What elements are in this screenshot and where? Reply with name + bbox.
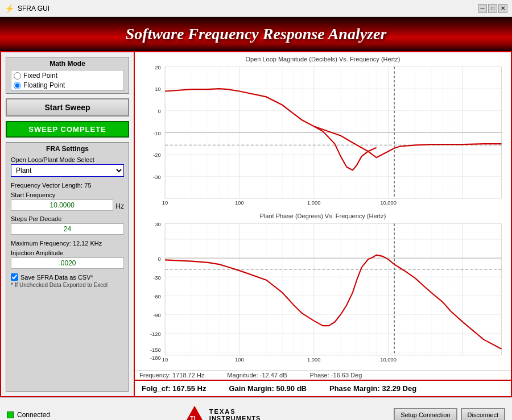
start-sweep-button[interactable]: Start Sweep xyxy=(6,98,129,117)
inj-amp-input[interactable] xyxy=(11,257,124,269)
footer: Connected TI TEXAS INSTRUMENTS Setup Con… xyxy=(0,397,512,420)
status-phase: Phase: -16.63 Deg xyxy=(310,372,362,379)
fixed-point-radio[interactable] xyxy=(14,72,21,80)
svg-text:10: 10 xyxy=(155,86,160,92)
status-frequency: Frequency: 1718.72 Hz xyxy=(139,372,204,379)
folg-cf: Folg_cf: 167.55 Hz xyxy=(142,384,206,393)
freq-vector-row: Frequency Vector Length: 75 xyxy=(11,181,124,189)
steps-input[interactable] xyxy=(11,223,124,235)
status-magnitude: Magnitude: -12.47 dB xyxy=(227,372,287,379)
fixed-point-option[interactable]: Fixed Point xyxy=(14,72,121,80)
loop-mode-select[interactable]: Plant Open Loop xyxy=(11,164,124,177)
svg-text:100: 100 xyxy=(235,199,244,206)
floating-point-label: Floating Point xyxy=(23,81,65,89)
loop-mode-row: Open Loop/Plant Mode Select Plant Open L… xyxy=(11,156,124,179)
magnitude-chart-title: Open Loop Magnitude (Decibels) Vs. Frequ… xyxy=(138,56,507,63)
ti-logo: TI TEXAS INSTRUMENTS xyxy=(183,405,261,421)
svg-text:-30: -30 xyxy=(153,174,161,180)
max-freq-row: Maximum Frequency: 12.12 KHz xyxy=(11,239,124,247)
app-title: SFRA GUI xyxy=(18,5,49,13)
loop-mode-label: Open Loop/Plant Mode Select xyxy=(11,156,124,163)
math-mode-section: Math Mode Fixed Point Floating Point xyxy=(6,57,129,94)
csv-checkbox[interactable] xyxy=(11,273,18,281)
math-mode-title: Math Mode xyxy=(11,60,124,68)
svg-text:-10: -10 xyxy=(153,130,161,136)
start-freq-row: Start Frequency Hz xyxy=(11,192,124,213)
minimize-button[interactable]: ─ xyxy=(478,4,487,13)
maximize-button[interactable]: □ xyxy=(488,4,497,13)
svg-text:-60: -60 xyxy=(153,293,161,299)
app-icon: ⚡ xyxy=(5,4,14,13)
fra-settings-title: FRA Settings xyxy=(11,145,124,153)
phase-chart-title: Plant Phase (Degrees) Vs. Frequency (Her… xyxy=(138,213,507,219)
svg-text:-30: -30 xyxy=(153,274,161,280)
gain-margin: Gain Margin: 50.90 dB xyxy=(229,384,307,393)
floating-point-option[interactable]: Floating Point xyxy=(14,81,121,89)
magnitude-chart: Open Loop Magnitude (Decibels) Vs. Frequ… xyxy=(138,56,507,210)
svg-text:-120: -120 xyxy=(150,330,161,336)
main-content: Math Mode Fixed Point Floating Point Sta… xyxy=(0,51,512,397)
right-panel: Open Loop Magnitude (Decibels) Vs. Frequ… xyxy=(135,52,511,396)
svg-text:1,000: 1,000 xyxy=(307,356,321,362)
svg-text:100: 100 xyxy=(235,356,244,362)
svg-text:1,000: 1,000 xyxy=(307,199,321,206)
svg-text:10: 10 xyxy=(162,356,168,362)
start-freq-input[interactable] xyxy=(11,199,113,211)
math-mode-radio-group: Fixed Point Floating Point xyxy=(11,70,124,91)
svg-text:-90: -90 xyxy=(153,311,161,318)
phase-margin: Phase Margin: 32.29 Deg xyxy=(329,384,416,393)
title-bar: ⚡ SFRA GUI ─ □ ✕ xyxy=(0,0,512,17)
header-banner: Software Frequency Response Analyzer xyxy=(0,17,512,51)
fixed-point-label: Fixed Point xyxy=(23,72,57,80)
csv-checkbox-row[interactable]: Save SFRA Data as CSV* xyxy=(11,273,124,281)
steps-label: Steps Per Decade xyxy=(11,215,124,222)
svg-text:-150: -150 xyxy=(150,347,161,353)
inj-amp-row: Injection Amplitude xyxy=(11,249,124,271)
svg-text:0: 0 xyxy=(158,108,161,114)
svg-text:20: 20 xyxy=(155,64,160,70)
phase-chart-svg: 30 0 -30 -60 -90 -120 -150 -180 10 100 1… xyxy=(138,221,507,365)
floating-point-radio[interactable] xyxy=(14,82,21,89)
start-freq-input-row: Hz xyxy=(11,199,124,213)
header-title: Software Frequency Response Analyzer xyxy=(126,25,387,43)
fra-settings-section: FRA Settings Open Loop/Plant Mode Select… xyxy=(6,142,129,392)
ti-logo-icon: TI xyxy=(183,405,206,421)
footer-right: Setup Connection Disconnect xyxy=(394,408,505,421)
csv-label: Save SFRA Data as CSV* xyxy=(20,274,93,281)
left-panel: Math Mode Fixed Point Floating Point Sta… xyxy=(1,52,135,396)
steps-row: Steps Per Decade xyxy=(11,215,124,237)
svg-text:10,000: 10,000 xyxy=(380,199,397,206)
freq-vector-label: Frequency Vector Length: xyxy=(11,182,82,189)
sweep-complete-indicator: SWEEP COMPLETE xyxy=(6,121,129,138)
ti-name: TEXAS INSTRUMENTS xyxy=(209,408,261,421)
footer-left: Connected xyxy=(7,411,50,419)
freq-vector-value: 75 xyxy=(84,182,91,189)
connected-dot xyxy=(7,411,14,418)
chart-status-bar: Frequency: 1718.72 Hz Magnitude: -12.47 … xyxy=(135,370,511,380)
charts-area: Open Loop Magnitude (Decibels) Vs. Frequ… xyxy=(135,52,511,370)
title-bar-left: ⚡ SFRA GUI xyxy=(5,4,49,13)
max-freq-label: Maximum Frequency: 12.12 KHz xyxy=(11,240,102,247)
connected-label: Connected xyxy=(17,411,50,419)
svg-text:10: 10 xyxy=(162,199,168,206)
footer-center: TI TEXAS INSTRUMENTS xyxy=(183,405,261,421)
svg-text:0: 0 xyxy=(158,255,161,261)
magnitude-chart-svg: 20 10 0 -10 -20 -30 10 100 1,000 10,000 xyxy=(138,64,507,208)
title-bar-controls: ─ □ ✕ xyxy=(478,4,507,13)
svg-text:TI: TI xyxy=(190,415,196,421)
svg-text:10,000: 10,000 xyxy=(380,356,397,362)
disconnect-button[interactable]: Disconnect xyxy=(461,408,505,421)
inj-amp-label: Injection Amplitude xyxy=(11,249,124,256)
csv-note: * If Unchecked Data Exported to Excel xyxy=(11,282,124,288)
close-button[interactable]: ✕ xyxy=(498,4,507,13)
svg-text:-180: -180 xyxy=(150,354,161,360)
start-freq-unit: Hz xyxy=(115,202,124,210)
phase-chart: Plant Phase (Degrees) Vs. Frequency (Her… xyxy=(138,213,507,367)
setup-connection-button[interactable]: Setup Connection xyxy=(394,408,457,421)
start-freq-label: Start Frequency xyxy=(11,192,124,198)
info-bar: Folg_cf: 167.55 Hz Gain Margin: 50.90 dB… xyxy=(135,380,511,396)
svg-text:-20: -20 xyxy=(153,152,161,158)
svg-text:30: 30 xyxy=(155,221,160,227)
